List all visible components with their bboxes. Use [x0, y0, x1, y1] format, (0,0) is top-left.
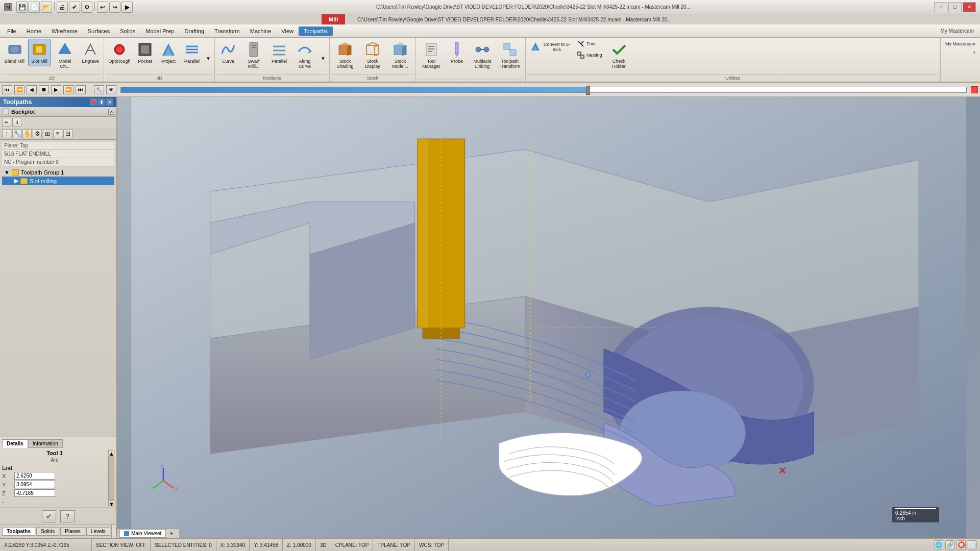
minimize-btn[interactable]: ─ — [934, 2, 947, 12]
my-mastercam-btn[interactable]: My Mastercam — [943, 40, 978, 48]
menu-drafting[interactable]: Drafting — [179, 27, 209, 36]
menu-solids[interactable]: Solids — [115, 27, 140, 36]
main-viewset-tab[interactable]: Main Viewset — [119, 529, 166, 538]
viewset-plus-tab[interactable]: + — [166, 530, 177, 537]
probe-btn[interactable]: Probe — [446, 39, 468, 66]
project-btn[interactable]: Project — [157, 39, 180, 66]
redo-btn[interactable]: ↪ — [109, 2, 120, 13]
parallel-btn[interactable]: Parallel — [181, 39, 203, 66]
detail-x-input[interactable] — [14, 472, 55, 480]
swarf-milli-btn[interactable]: Swarf Milli... — [240, 39, 267, 71]
status-expand-btn[interactable]: ⬜ — [968, 540, 977, 549]
help-btn[interactable]: ? — [970, 49, 978, 57]
play-fwd-btn[interactable]: ▶ — [51, 85, 61, 94]
curve-btn[interactable]: Curve — [217, 39, 239, 66]
multiaxis-linking-btn[interactable]: Multiaxis Linking — [469, 39, 496, 71]
backplot-header: Backplot ✕ — [0, 107, 116, 117]
tree-group-1[interactable]: ▼ Toolpath Group 1 — [2, 168, 114, 177]
nesting-btn[interactable]: Nesting — [575, 50, 605, 60]
menu-model-prep[interactable]: Model Prep — [140, 27, 179, 36]
menu-home[interactable]: Home — [21, 27, 46, 36]
stock-model-btn[interactable]: Stock Model... — [387, 39, 413, 71]
detail-z-input[interactable] — [14, 489, 55, 497]
settings-btn[interactable]: ⚙ — [81, 2, 92, 13]
tool-manager-btn[interactable]: Tool Manager — [418, 39, 445, 71]
bp-gear-btn[interactable]: ⚙ — [33, 129, 42, 138]
scroll-down-btn[interactable]: ▼ — [108, 500, 114, 506]
along-curve-btn[interactable]: Along Curve — [291, 39, 318, 71]
play-next-btn[interactable]: ⏩ — [63, 85, 74, 94]
my-mastercam-link[interactable]: My Mastercam — [936, 28, 978, 34]
panel-close-btn[interactable]: ✕ — [106, 98, 113, 106]
status-circle-btn[interactable]: ⭕ — [957, 540, 966, 549]
ok-btn[interactable]: ✔ — [42, 510, 56, 522]
verify-btn[interactable]: ✔ — [69, 2, 80, 13]
status-link-btn[interactable]: 🔗 — [945, 540, 954, 549]
print-btn[interactable]: 🖨 — [57, 2, 68, 13]
tab-levels[interactable]: Levels — [86, 527, 110, 536]
tab-toolpaths[interactable]: Toolpaths — [2, 527, 35, 536]
progress-handle[interactable] — [586, 86, 590, 95]
bp-hand-btn[interactable]: ✋ — [22, 129, 32, 138]
maximize-btn[interactable]: □ — [948, 2, 962, 12]
details-tab[interactable]: Details — [2, 439, 28, 448]
stock-display-btn[interactable]: Stock Display — [359, 39, 386, 71]
play-end-btn[interactable]: ⏭ — [76, 85, 86, 94]
bp-pencil-btn[interactable]: ✏ — [2, 118, 11, 127]
detail-y-input[interactable] — [14, 481, 55, 488]
engrave-btn[interactable]: Engrave — [79, 39, 102, 66]
progress-bar[interactable] — [120, 87, 967, 93]
menu-file[interactable]: File — [2, 27, 21, 36]
extra-btn[interactable]: ▶ — [121, 2, 133, 13]
save-btn[interactable]: 💾 — [16, 2, 28, 13]
blend-mill-btn[interactable]: Blend Mill — [2, 39, 27, 66]
stock-shading-btn[interactable]: Stock Shading — [332, 39, 358, 71]
model-ch-btn[interactable]: Model Ch... — [52, 39, 78, 71]
information-tab[interactable]: Information — [28, 439, 63, 448]
menu-transform[interactable]: Transform — [209, 27, 245, 36]
optirough-btn[interactable]: OptiRough — [106, 39, 133, 66]
play-prev-btn[interactable]: ⏪ — [14, 85, 24, 94]
bp-table-btn[interactable]: ⊟ — [63, 129, 72, 138]
bp-info-btn[interactable]: ℹ — [12, 118, 21, 127]
open-btn[interactable]: 📂 — [41, 2, 52, 13]
tab-solids[interactable]: Solids — [36, 527, 59, 536]
tree-slot-milling[interactable]: ▶ Slot milling — [2, 177, 114, 185]
multiaxis-more-btn[interactable]: ▼ — [319, 39, 327, 63]
toolpath-transform-btn[interactable]: Toolpath Transform — [497, 39, 523, 71]
close-btn[interactable]: ✕ — [963, 2, 976, 12]
trim-btn[interactable]: Trim — [575, 39, 605, 49]
tab-recent-functions[interactable]: Recent Functions — [111, 524, 117, 538]
menu-surfaces[interactable]: Surfaces — [83, 27, 115, 36]
menu-machine[interactable]: Machine — [245, 27, 277, 36]
tab-planes[interactable]: Planes — [60, 527, 85, 536]
play-stop-btn[interactable]: ⏹ — [39, 85, 49, 94]
scroll-up-btn[interactable]: ▲ — [108, 450, 114, 455]
bp-tool-icon-btn[interactable]: 🔧 — [12, 129, 21, 138]
panel-float-btn[interactable]: ⬆ — [98, 98, 105, 106]
slot-mill-btn[interactable]: Slot Mill — [28, 39, 51, 66]
parallel2-btn[interactable]: Parallel — [268, 39, 290, 66]
menu-view[interactable]: View — [276, 27, 299, 36]
3d-more-btn[interactable]: ▼ — [204, 39, 212, 63]
bp-arrow-btn[interactable]: ↑ — [2, 129, 11, 138]
convert-5axis-btn[interactable]: 5 Convert to 5-axis — [528, 39, 574, 55]
play-eye-btn[interactable]: 👁 — [106, 85, 116, 94]
play-tool-btn[interactable]: 🔧 — [94, 85, 104, 94]
undo-btn[interactable]: ↩ — [97, 2, 108, 13]
status-globe-btn[interactable]: 🌐 — [934, 540, 943, 549]
help2-btn[interactable]: ? — [60, 510, 75, 522]
pocket-btn[interactable]: Pocket — [134, 39, 156, 66]
bp-list-btn[interactable]: ≡ — [53, 129, 62, 138]
menu-toolpaths[interactable]: Toolpaths — [299, 27, 333, 36]
new-btn[interactable]: 📄 — [29, 2, 40, 13]
backplot-close[interactable]: ✕ — [108, 109, 114, 115]
bp-grid-btn[interactable]: ⊞ — [43, 129, 52, 138]
panel-pin-btn[interactable]: 📌 — [90, 98, 97, 106]
viewport[interactable]: Z X Y ✕ 0.2654 in Inch Main Viewset + — [117, 97, 980, 538]
menu-wireframe[interactable]: Wireframe — [46, 27, 83, 36]
play-start-btn[interactable]: ⏮ — [2, 85, 12, 94]
check-holder-btn[interactable]: Check Holder — [606, 39, 632, 71]
play-back-btn[interactable]: ◀ — [27, 85, 37, 94]
window-controls[interactable]: ─ □ ✕ — [934, 2, 976, 12]
